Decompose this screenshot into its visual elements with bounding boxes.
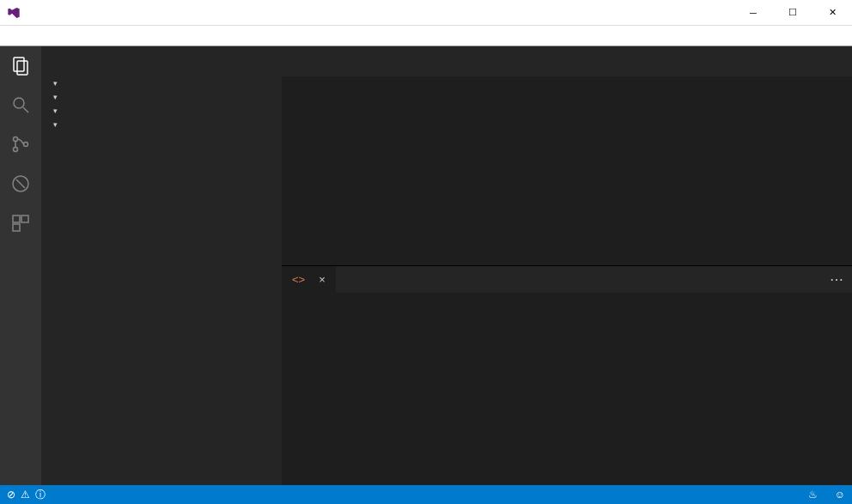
titlebar: ─ ☐ ✕ (0, 0, 852, 26)
statusbar: ⊘ ⚠ ⓘ ♨ ☺ (0, 485, 852, 504)
explorer-icon[interactable] (9, 53, 33, 77)
tab-index-html[interactable]: <> × (282, 266, 337, 294)
minimize-button[interactable]: ─ (733, 0, 773, 26)
maximize-button[interactable]: ☐ (773, 0, 812, 26)
svg-line-8 (16, 179, 25, 188)
menu-file[interactable] (3, 33, 14, 39)
sidebar-title (41, 46, 282, 76)
extensions-icon[interactable] (9, 211, 33, 235)
tabbar-bottom: <> × ⋯ (282, 265, 852, 293)
vscode-icon (7, 6, 21, 20)
section-open-editors[interactable]: ▾ (41, 76, 282, 90)
error-icon: ⊘ (7, 489, 15, 501)
status-live-server[interactable]: ♨ (808, 489, 825, 501)
status-feedback-icon[interactable]: ☺ (835, 489, 845, 501)
source-control-icon[interactable] (9, 132, 33, 156)
search-icon[interactable] (9, 93, 33, 117)
menu-view[interactable] (24, 33, 34, 39)
html-icon: <> (292, 273, 305, 286)
svg-point-4 (14, 137, 18, 142)
close-icon[interactable]: × (319, 273, 326, 286)
menu-edit[interactable] (14, 33, 24, 39)
status-problems[interactable]: ⊘ ⚠ ⓘ (7, 488, 48, 502)
svg-rect-0 (14, 58, 24, 71)
svg-point-6 (24, 143, 28, 147)
warning-icon: ⚠ (21, 489, 30, 501)
editor-startup-cs[interactable] (282, 76, 852, 265)
section-project[interactable]: ▾ (41, 118, 282, 131)
debug-icon[interactable] (9, 172, 33, 196)
svg-rect-10 (21, 216, 28, 222)
section-top[interactable]: ▾ (41, 90, 282, 104)
svg-rect-1 (17, 61, 27, 75)
section-bottom[interactable]: ▾ (41, 104, 282, 118)
svg-line-3 (23, 107, 28, 112)
svg-point-5 (14, 148, 18, 152)
menu-go[interactable] (34, 33, 45, 39)
flame-icon: ♨ (808, 489, 818, 501)
menubar (0, 26, 852, 46)
svg-rect-11 (13, 224, 20, 231)
editor-group: <> × ⋯ (282, 46, 852, 485)
svg-point-2 (14, 98, 24, 108)
sidebar: ▾ ▾ ▾ ▾ (41, 46, 282, 485)
editor-index-html[interactable] (282, 293, 852, 485)
menu-help[interactable] (45, 33, 55, 39)
svg-rect-9 (13, 216, 20, 222)
info-icon: ⓘ (35, 488, 46, 502)
editor-actions-icon[interactable]: ⋯ (821, 271, 852, 288)
activitybar (0, 46, 41, 485)
close-button[interactable]: ✕ (812, 0, 852, 26)
tabbar-top (282, 46, 852, 76)
